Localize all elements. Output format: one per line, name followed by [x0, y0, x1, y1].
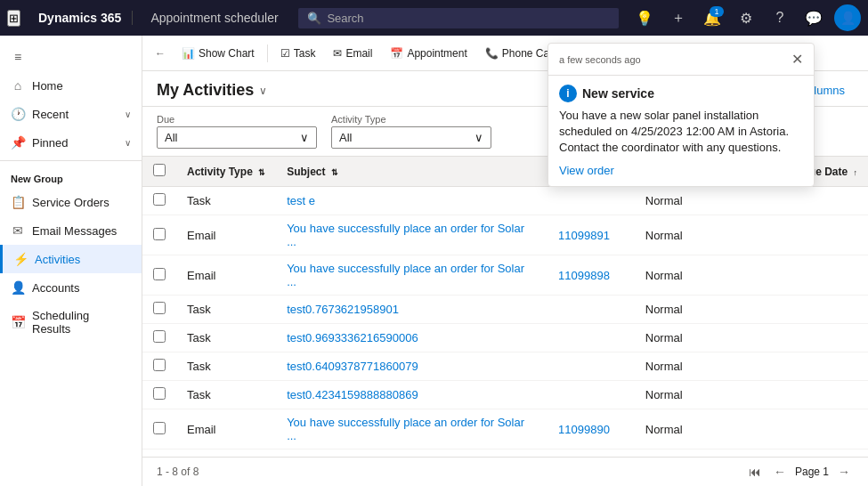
- activity-type-filter-select[interactable]: All ∨: [331, 126, 491, 149]
- row-due-date: [791, 187, 868, 215]
- col-subject[interactable]: Subject ⇅: [276, 157, 548, 187]
- search-bar[interactable]: 🔍: [298, 8, 619, 28]
- row-activity-type: Task: [176, 296, 276, 324]
- table-row: Task test0.9693336216590006 Normal: [142, 324, 868, 352]
- first-page-button[interactable]: ⏮: [745, 463, 765, 481]
- row-activity-type: Task: [176, 324, 276, 352]
- table-footer: 1 - 8 of 8 ⏮ ← Page 1 →: [142, 457, 868, 486]
- row-checkbox[interactable]: [153, 359, 166, 371]
- col-checkbox[interactable]: [142, 157, 176, 187]
- subject-sort-icon: ⇅: [331, 168, 338, 177]
- row-checkbox-cell[interactable]: [142, 187, 176, 215]
- row-checkbox-cell[interactable]: [142, 215, 176, 255]
- notification-button[interactable]: 🔔 1: [699, 4, 726, 31]
- sidebar-group-name: New Group: [0, 165, 142, 188]
- row-checkbox-cell[interactable]: [142, 255, 176, 296]
- row-start-date: [706, 324, 791, 352]
- row-due-date: [791, 409, 868, 450]
- select-all-checkbox[interactable]: [153, 164, 166, 176]
- row-checkbox[interactable]: [153, 387, 166, 400]
- top-nav: ⊞ Dynamics 365 Appointment scheduler 🔍 💡…: [0, 0, 868, 36]
- sidebar-top: ≡ ⌂ Home 🕐 Recent ∨ 📌 Pinned ∨ New Group…: [0, 36, 142, 350]
- sidebar-hamburger[interactable]: ≡: [0, 43, 142, 71]
- feedback-icon[interactable]: 💬: [800, 4, 827, 31]
- sidebar-item-email-messages[interactable]: ✉ Email Messages: [0, 216, 142, 245]
- due-date-sort-icon: ↑: [854, 168, 858, 177]
- row-due-date: [791, 215, 868, 255]
- sidebar-item-accounts-label: Accounts: [32, 281, 79, 295]
- row-checkbox[interactable]: [153, 268, 166, 280]
- row-priority: Normal: [635, 352, 706, 381]
- sidebar-item-recent-label: Recent: [32, 108, 69, 121]
- row-checkbox-cell[interactable]: [142, 324, 176, 352]
- email-toolbar-icon: ✉: [333, 47, 342, 60]
- back-button[interactable]: ←: [150, 44, 171, 63]
- task-button[interactable]: ☑ Task: [273, 44, 323, 63]
- row-subject[interactable]: test0.6409378771860079: [276, 352, 548, 381]
- recent-icon: 🕐: [11, 107, 25, 121]
- notification-timestamp: a few seconds ago: [559, 54, 641, 65]
- table-area: Activity Type ⇅ Subject ⇅ Regarding ⇅ Pr…: [142, 157, 868, 457]
- brand-name: Dynamics 365: [28, 11, 133, 25]
- row-checkbox[interactable]: [153, 302, 166, 314]
- col-activity-type[interactable]: Activity Type ⇅: [176, 157, 276, 187]
- next-page-button[interactable]: →: [834, 463, 854, 481]
- search-input[interactable]: [327, 12, 610, 25]
- sidebar-item-service-orders[interactable]: 📋 Service Orders: [0, 188, 142, 216]
- row-subject[interactable]: You have successfully place an order for…: [276, 255, 548, 296]
- pinned-icon: 📌: [11, 135, 25, 150]
- notification-close-button[interactable]: ✕: [791, 51, 803, 68]
- add-icon[interactable]: ＋: [665, 4, 692, 31]
- appointment-button[interactable]: 📅 Appointment: [383, 44, 474, 63]
- sidebar-item-home[interactable]: ⌂ Home: [0, 71, 142, 100]
- row-checkbox[interactable]: [153, 422, 166, 434]
- activities-icon: ⚡: [13, 252, 28, 266]
- row-due-date: [791, 352, 868, 381]
- lightbulb-icon[interactable]: 💡: [631, 4, 658, 31]
- row-regarding[interactable]: 11099890: [548, 409, 635, 450]
- row-subject[interactable]: test0.4234159888880869: [276, 381, 548, 409]
- row-activity-type: Email: [176, 255, 276, 296]
- settings-icon[interactable]: ⚙: [733, 4, 759, 31]
- apps-icon[interactable]: ⊞: [7, 10, 20, 27]
- row-regarding[interactable]: 11099898: [548, 255, 635, 296]
- row-start-date: [706, 215, 791, 255]
- row-subject[interactable]: You have successfully place an order for…: [276, 409, 548, 450]
- row-checkbox-cell[interactable]: [142, 409, 176, 450]
- help-icon[interactable]: ?: [767, 4, 793, 31]
- email-button[interactable]: ✉ Email: [326, 44, 379, 63]
- row-checkbox-cell[interactable]: [142, 381, 176, 409]
- activity-type-sort-icon: ⇅: [258, 168, 265, 177]
- sidebar-item-scheduling-results[interactable]: 📅 Scheduling Results: [0, 302, 142, 343]
- row-priority: Normal: [635, 255, 706, 296]
- sidebar-item-accounts[interactable]: 👤 Accounts: [0, 273, 142, 302]
- due-filter-select[interactable]: All ∨: [157, 126, 317, 149]
- page-title-chevron[interactable]: ∨: [259, 85, 267, 97]
- row-checkbox-cell[interactable]: [142, 296, 176, 324]
- row-subject[interactable]: test0.7673621958901: [276, 296, 548, 324]
- row-checkbox[interactable]: [153, 330, 166, 343]
- row-subject[interactable]: You have successfully place an order for…: [276, 215, 548, 255]
- hamburger-icon: ≡: [11, 50, 25, 64]
- row-checkbox[interactable]: [153, 193, 166, 206]
- row-checkbox[interactable]: [153, 228, 166, 240]
- sidebar-item-recent[interactable]: 🕐 Recent ∨: [0, 100, 142, 128]
- recent-chevron: ∨: [125, 109, 131, 119]
- show-chart-button[interactable]: 📊 Show Chart: [174, 44, 262, 63]
- row-regarding: [548, 296, 635, 324]
- sidebar-item-activities[interactable]: ⚡ Activities: [0, 245, 142, 273]
- row-subject[interactable]: test e: [276, 187, 548, 215]
- row-due-date: [791, 381, 868, 409]
- row-priority: Normal: [635, 296, 706, 324]
- prev-page-button[interactable]: ←: [770, 463, 790, 481]
- row-regarding[interactable]: 11099891: [548, 215, 635, 255]
- due-filter-label: Due: [157, 114, 317, 125]
- row-checkbox-cell[interactable]: [142, 352, 176, 381]
- avatar[interactable]: 👤: [834, 4, 861, 31]
- sidebar-item-pinned[interactable]: 📌 Pinned ∨: [0, 128, 142, 157]
- table-row: Email You have successfully place an ord…: [142, 255, 868, 296]
- task-icon: ☑: [280, 47, 290, 60]
- notification-view-order-link[interactable]: View order: [559, 164, 614, 177]
- row-subject[interactable]: test0.9693336216590006: [276, 324, 548, 352]
- pinned-chevron: ∨: [125, 138, 131, 148]
